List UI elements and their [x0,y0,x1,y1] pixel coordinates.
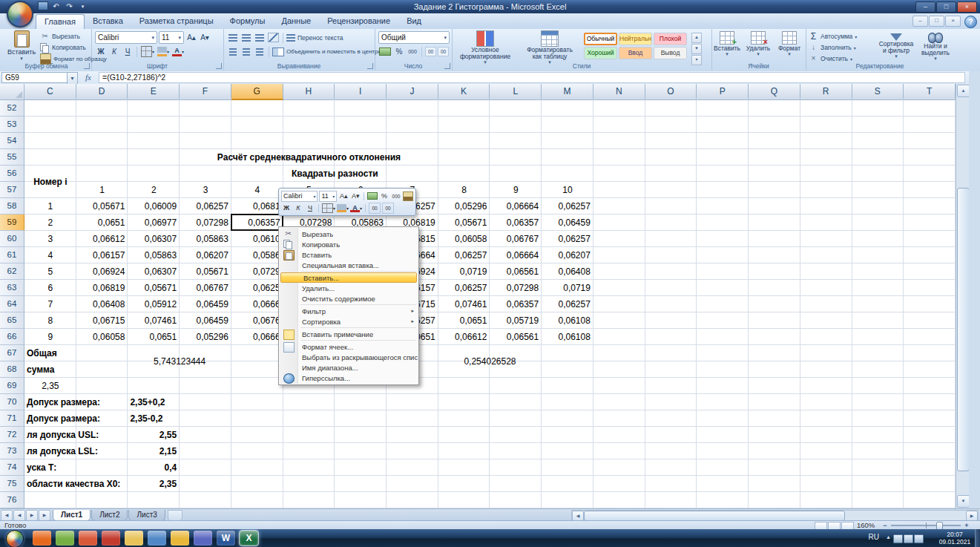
taskbar-app-indigo-icon[interactable] [194,531,212,546]
cell-M65[interactable]: 0,06108 [544,312,591,329]
column-header-M[interactable]: M [542,84,593,99]
ribbon-tab-5[interactable]: Данные [273,14,319,29]
cell-E70[interactable]: 2,35+0,2 [130,394,165,410]
column-header-I[interactable]: I [335,84,387,99]
cell-E59[interactable]: 0,06977 [130,214,177,231]
cell-E60[interactable]: 0,06307 [130,231,177,247]
column-header-T[interactable]: T [904,84,956,99]
cell-F63[interactable]: 0,06767 [182,280,228,296]
cell-M57[interactable]: 10 [542,182,593,198]
volume-icon[interactable] [904,534,913,543]
select-all-corner[interactable] [0,84,24,100]
cell-M58[interactable]: 0,06257 [544,198,591,214]
cell-style-4[interactable]: Хороший [584,47,617,59]
align-middle-button[interactable] [240,31,252,44]
wrap-text-button[interactable]: Перенос текста [286,33,343,43]
font-size-combo[interactable]: 11 ▾ [159,31,184,44]
menu-item-10[interactable]: Вставить примечание [280,329,418,339]
cell-G57[interactable]: 4 [231,182,283,198]
bold-button[interactable]: Ж [95,45,107,58]
previous-sheet-button[interactable]: ◀ [13,510,25,521]
cell-L58[interactable]: 0,06664 [492,198,539,214]
language-indicator[interactable]: RU [869,533,879,541]
cell-C63[interactable]: 6 [24,280,76,296]
orientation-button[interactable] [267,31,280,44]
fill-button[interactable]: ↓ Заполнить ▾ [809,42,857,53]
taskbar-app-chrome-icon[interactable] [171,531,189,546]
insert-worksheet-tab[interactable] [168,510,182,521]
menu-item-11[interactable]: Формат ячеек... [280,341,418,352]
cell-K62[interactable]: 0,0719 [441,263,487,280]
number-dialog-launcher[interactable] [444,63,450,69]
cell-E62[interactable]: 0,06307 [130,263,177,280]
insert-function-button[interactable]: fx [80,72,96,83]
next-sheet-button[interactable]: ▶ [26,510,38,521]
menu-item-3[interactable]: Вставить [280,249,418,260]
cell-C60[interactable]: 3 [24,231,76,247]
horizontal-scroll-thumb[interactable] [584,511,845,521]
format-cells-button[interactable]: Формат ▾ [775,31,803,61]
taskbar-app-media-icon[interactable] [79,531,97,546]
cell-M61[interactable]: 0,06207 [544,247,591,263]
cell-C56[interactable]: Номер i [24,166,76,198]
cell-L66[interactable]: 0,06561 [492,329,539,345]
first-sheet-button[interactable]: ◀ [1,510,13,521]
row-header-56[interactable]: 56 [0,166,24,182]
menu-item-13[interactable]: Имя диапазона... [280,362,418,373]
mini-bold-button[interactable]: Ж [281,203,292,213]
sheet-tab-3[interactable]: Лист3 [128,510,165,521]
row-header-75[interactable]: 75 [0,476,24,492]
sheet-tab-2[interactable]: Лист2 [91,510,128,521]
battery-icon[interactable] [893,534,903,543]
cell-D64[interactable]: 0,06408 [79,296,125,312]
cell-F60[interactable]: 0,05863 [182,231,228,247]
cell-G62[interactable]: 0,0729 [234,263,280,280]
row-header-74[interactable]: 74 [0,459,24,476]
cell-L64[interactable]: 0,06357 [492,296,539,312]
gallery-scroll-down[interactable]: ▼ [691,44,702,54]
cell-E63[interactable]: 0,05671 [130,280,177,296]
cell-D60[interactable]: 0,06612 [79,231,125,247]
number-format-combo[interactable]: Общий ▾ [378,31,450,44]
menu-item-8[interactable]: Фильтр▸ [280,306,418,316]
paste-button[interactable]: Вставить ▾ [3,30,40,60]
mini-thousands-button[interactable]: 000 [391,191,401,201]
cell-C69[interactable]: 2,35 [24,378,76,394]
cell-style-3[interactable]: Плохой [654,33,687,45]
cell-C58[interactable]: 1 [24,198,76,214]
cell-L57[interactable]: 9 [490,182,542,198]
cell-G65[interactable]: 0,0676 [234,312,280,329]
row-header-58[interactable]: 58 [0,198,24,214]
row-header-59[interactable]: 59 [0,214,25,231]
menu-item-2[interactable]: Копировать [280,239,418,249]
cell-F58[interactable]: 0,06257 [182,198,228,214]
cell-E57[interactable]: 2 [128,182,180,198]
cell-E61[interactable]: 0,05863 [130,247,177,263]
increase-decimal-button[interactable]: 00 [425,47,436,56]
column-header-S[interactable]: S [852,84,904,99]
alignment-dialog-launcher[interactable] [367,63,373,69]
font-name-combo[interactable]: Calibri ▾ [95,31,157,44]
save-icon[interactable] [38,1,48,10]
qat-dropdown-icon[interactable]: ▾ [77,1,88,12]
workbook-close-button[interactable]: × [945,16,961,27]
workbook-minimize-button[interactable]: – [912,16,928,27]
excel-icon[interactable]: X [240,531,258,546]
row-header-62[interactable]: 62 [0,263,24,280]
mini-percent-button[interactable]: % [379,191,389,201]
network-icon[interactable] [914,534,924,543]
delete-cells-button[interactable]: × Удалить ▾ [744,31,772,61]
align-right-button[interactable] [254,45,266,58]
cell-K58[interactable]: 0,05296 [441,198,487,214]
mini-increase-decimal-button[interactable]: 00 [369,203,381,214]
help-button[interactable]: ? [964,16,977,28]
cell-F62[interactable]: 0,05671 [182,263,228,280]
mini-fill-color-button[interactable]: ▾ [337,203,349,213]
cell-F64[interactable]: 0,06459 [182,296,228,312]
autosum-button[interactable]: Σ Автосумма ▾ [809,31,857,42]
cell-E75[interactable]: 2,35 [130,476,177,492]
align-bottom-button[interactable] [254,31,266,44]
ribbon-tab-2[interactable]: Вставка [85,14,131,29]
cell-L60[interactable]: 0,06767 [492,231,539,247]
cell-C68[interactable]: сумма [27,361,54,378]
